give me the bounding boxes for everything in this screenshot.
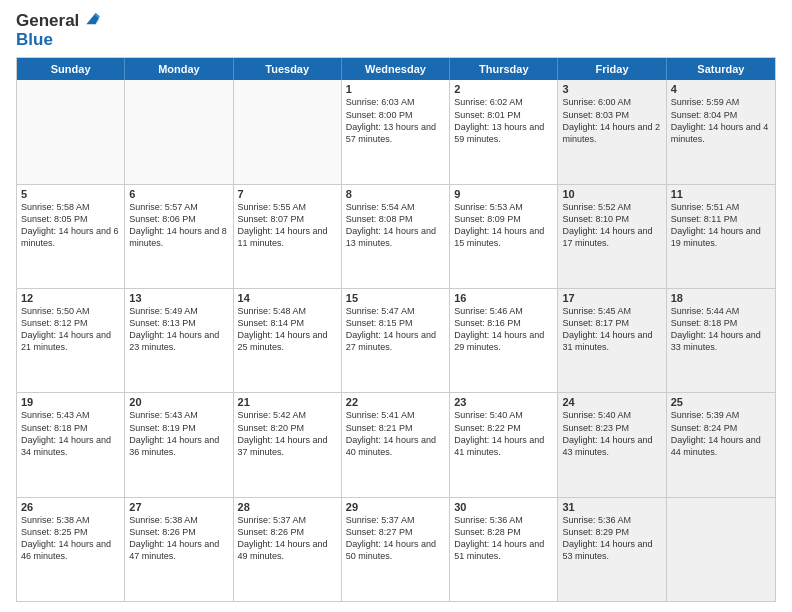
day-number: 13: [129, 292, 228, 304]
logo-blue: Blue: [16, 31, 101, 50]
sunrise-text: Sunrise: 5:47 AM: [346, 305, 445, 317]
daylight-text: Daylight: 14 hours and 31 minutes.: [562, 329, 661, 353]
daylight-text: Daylight: 14 hours and 51 minutes.: [454, 538, 553, 562]
sunrise-text: Sunrise: 5:57 AM: [129, 201, 228, 213]
day-number: 27: [129, 501, 228, 513]
daylight-text: Daylight: 14 hours and 49 minutes.: [238, 538, 337, 562]
calendar-cell: 24Sunrise: 5:40 AMSunset: 8:23 PMDayligh…: [558, 393, 666, 496]
sunrise-text: Sunrise: 6:03 AM: [346, 96, 445, 108]
sunrise-text: Sunrise: 5:39 AM: [671, 409, 771, 421]
sunset-text: Sunset: 8:23 PM: [562, 422, 661, 434]
day-number: 26: [21, 501, 120, 513]
sunrise-text: Sunrise: 5:38 AM: [129, 514, 228, 526]
calendar-week-row: 26Sunrise: 5:38 AMSunset: 8:25 PMDayligh…: [17, 498, 775, 601]
calendar-cell: 23Sunrise: 5:40 AMSunset: 8:22 PMDayligh…: [450, 393, 558, 496]
day-number: 24: [562, 396, 661, 408]
daylight-text: Daylight: 14 hours and 13 minutes.: [346, 225, 445, 249]
calendar-cell: 2Sunrise: 6:02 AMSunset: 8:01 PMDaylight…: [450, 80, 558, 183]
day-number: 12: [21, 292, 120, 304]
day-number: 22: [346, 396, 445, 408]
calendar-week-row: 12Sunrise: 5:50 AMSunset: 8:12 PMDayligh…: [17, 289, 775, 393]
calendar-cell: 14Sunrise: 5:48 AMSunset: 8:14 PMDayligh…: [234, 289, 342, 392]
sunset-text: Sunset: 8:26 PM: [238, 526, 337, 538]
daylight-text: Daylight: 14 hours and 50 minutes.: [346, 538, 445, 562]
calendar-cell: 21Sunrise: 5:42 AMSunset: 8:20 PMDayligh…: [234, 393, 342, 496]
day-number: 9: [454, 188, 553, 200]
calendar-cell: 1Sunrise: 6:03 AMSunset: 8:00 PMDaylight…: [342, 80, 450, 183]
sunrise-text: Sunrise: 5:55 AM: [238, 201, 337, 213]
day-number: 23: [454, 396, 553, 408]
daylight-text: Daylight: 14 hours and 34 minutes.: [21, 434, 120, 458]
sunrise-text: Sunrise: 5:40 AM: [454, 409, 553, 421]
calendar-cell: 22Sunrise: 5:41 AMSunset: 8:21 PMDayligh…: [342, 393, 450, 496]
header: General Blue: [16, 12, 776, 49]
sunset-text: Sunset: 8:06 PM: [129, 213, 228, 225]
sunset-text: Sunset: 8:27 PM: [346, 526, 445, 538]
daylight-text: Daylight: 14 hours and 19 minutes.: [671, 225, 771, 249]
sunrise-text: Sunrise: 5:41 AM: [346, 409, 445, 421]
calendar-cell: 19Sunrise: 5:43 AMSunset: 8:18 PMDayligh…: [17, 393, 125, 496]
calendar-week-row: 5Sunrise: 5:58 AMSunset: 8:05 PMDaylight…: [17, 185, 775, 289]
sunset-text: Sunset: 8:08 PM: [346, 213, 445, 225]
sunrise-text: Sunrise: 5:36 AM: [454, 514, 553, 526]
sunrise-text: Sunrise: 5:37 AM: [238, 514, 337, 526]
day-number: 29: [346, 501, 445, 513]
day-number: 10: [562, 188, 661, 200]
sunrise-text: Sunrise: 5:43 AM: [129, 409, 228, 421]
day-number: 4: [671, 83, 771, 95]
sunset-text: Sunset: 8:10 PM: [562, 213, 661, 225]
calendar-cell: 10Sunrise: 5:52 AMSunset: 8:10 PMDayligh…: [558, 185, 666, 288]
calendar-cell: [234, 80, 342, 183]
day-number: 19: [21, 396, 120, 408]
day-number: 31: [562, 501, 661, 513]
day-number: 17: [562, 292, 661, 304]
sunrise-text: Sunrise: 5:45 AM: [562, 305, 661, 317]
calendar-cell: 11Sunrise: 5:51 AMSunset: 8:11 PMDayligh…: [667, 185, 775, 288]
calendar-week-row: 19Sunrise: 5:43 AMSunset: 8:18 PMDayligh…: [17, 393, 775, 497]
calendar-body: 1Sunrise: 6:03 AMSunset: 8:00 PMDaylight…: [17, 80, 775, 601]
daylight-text: Daylight: 14 hours and 46 minutes.: [21, 538, 120, 562]
sunset-text: Sunset: 8:18 PM: [21, 422, 120, 434]
sunset-text: Sunset: 8:19 PM: [129, 422, 228, 434]
logo-general: General: [16, 12, 79, 31]
sunset-text: Sunset: 8:20 PM: [238, 422, 337, 434]
calendar-cell: 7Sunrise: 5:55 AMSunset: 8:07 PMDaylight…: [234, 185, 342, 288]
calendar-cell: 6Sunrise: 5:57 AMSunset: 8:06 PMDaylight…: [125, 185, 233, 288]
calendar-cell: 27Sunrise: 5:38 AMSunset: 8:26 PMDayligh…: [125, 498, 233, 601]
logo-icon: [81, 9, 101, 29]
daylight-text: Daylight: 14 hours and 4 minutes.: [671, 121, 771, 145]
calendar-cell: 16Sunrise: 5:46 AMSunset: 8:16 PMDayligh…: [450, 289, 558, 392]
calendar-week-row: 1Sunrise: 6:03 AMSunset: 8:00 PMDaylight…: [17, 80, 775, 184]
day-number: 14: [238, 292, 337, 304]
daylight-text: Daylight: 14 hours and 36 minutes.: [129, 434, 228, 458]
sunrise-text: Sunrise: 5:48 AM: [238, 305, 337, 317]
sunrise-text: Sunrise: 6:02 AM: [454, 96, 553, 108]
day-number: 25: [671, 396, 771, 408]
calendar-cell: 5Sunrise: 5:58 AMSunset: 8:05 PMDaylight…: [17, 185, 125, 288]
sunset-text: Sunset: 8:11 PM: [671, 213, 771, 225]
calendar-cell: [667, 498, 775, 601]
daylight-text: Daylight: 13 hours and 57 minutes.: [346, 121, 445, 145]
sunset-text: Sunset: 8:13 PM: [129, 317, 228, 329]
page: General Blue SundayMondayTuesdayWednesda…: [0, 0, 792, 612]
calendar-cell: 31Sunrise: 5:36 AMSunset: 8:29 PMDayligh…: [558, 498, 666, 601]
daylight-text: Daylight: 14 hours and 15 minutes.: [454, 225, 553, 249]
sunrise-text: Sunrise: 5:54 AM: [346, 201, 445, 213]
sunset-text: Sunset: 8:24 PM: [671, 422, 771, 434]
calendar-cell: 9Sunrise: 5:53 AMSunset: 8:09 PMDaylight…: [450, 185, 558, 288]
daylight-text: Daylight: 14 hours and 8 minutes.: [129, 225, 228, 249]
sunset-text: Sunset: 8:03 PM: [562, 109, 661, 121]
daylight-text: Daylight: 14 hours and 27 minutes.: [346, 329, 445, 353]
calendar-cell: 28Sunrise: 5:37 AMSunset: 8:26 PMDayligh…: [234, 498, 342, 601]
sunset-text: Sunset: 8:26 PM: [129, 526, 228, 538]
day-number: 8: [346, 188, 445, 200]
calendar-header: SundayMondayTuesdayWednesdayThursdayFrid…: [17, 58, 775, 80]
sunset-text: Sunset: 8:15 PM: [346, 317, 445, 329]
sunrise-text: Sunrise: 5:53 AM: [454, 201, 553, 213]
sunset-text: Sunset: 8:04 PM: [671, 109, 771, 121]
sunset-text: Sunset: 8:17 PM: [562, 317, 661, 329]
sunrise-text: Sunrise: 5:37 AM: [346, 514, 445, 526]
day-number: 28: [238, 501, 337, 513]
sunset-text: Sunset: 8:12 PM: [21, 317, 120, 329]
day-number: 11: [671, 188, 771, 200]
